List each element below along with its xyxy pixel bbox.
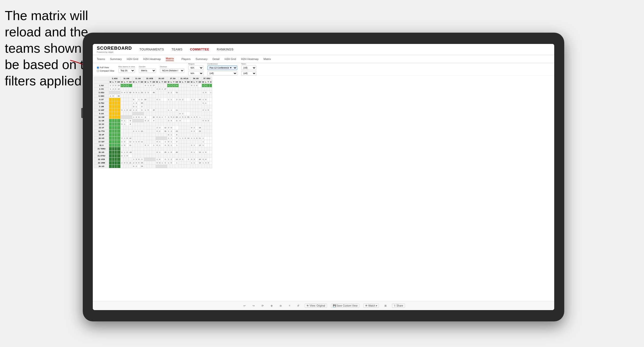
matrix-cell[interactable]: 2 (193, 130, 196, 133)
matrix-cell[interactable]: 0 (205, 151, 207, 154)
matrix-cell[interactable]: 3 (144, 115, 147, 119)
matrix-cell[interactable] (144, 123, 147, 126)
matrix-cell[interactable] (114, 147, 117, 151)
matrix-cell[interactable]: 0 (167, 144, 170, 147)
matrix-cell[interactable]: 3 (187, 158, 190, 161)
sub-nav-h2h-grid[interactable]: H2H Grid (127, 57, 138, 61)
matrix-cell[interactable] (164, 84, 167, 87)
matrix-cell[interactable]: 1 (158, 144, 161, 147)
matrix-cell[interactable] (187, 154, 190, 158)
matrix-cell[interactable] (132, 154, 135, 158)
matrix-cell[interactable] (175, 147, 179, 151)
matrix-cell[interactable] (152, 154, 155, 158)
matrix-cell[interactable] (147, 87, 149, 91)
zoom-in-btn[interactable]: ⊕ (269, 304, 274, 308)
matrix-cell[interactable] (193, 108, 196, 112)
matrix-cell[interactable]: 1 (140, 115, 144, 119)
matrix-cell[interactable] (187, 84, 190, 87)
matrix-cell[interactable]: 4 (179, 119, 182, 123)
matrix-cell[interactable] (184, 98, 187, 101)
matrix-cell[interactable] (187, 108, 190, 112)
matrix-cell[interactable] (184, 140, 187, 144)
matrix-cell[interactable] (161, 133, 164, 137)
matrix-cell[interactable] (126, 165, 128, 168)
matrix-cell[interactable] (152, 130, 155, 133)
matrix-cell[interactable] (112, 133, 114, 137)
matrix-cell[interactable]: 18 (198, 161, 202, 165)
matrix-cell[interactable]: 0 (190, 84, 193, 87)
matrix-cell[interactable] (147, 161, 149, 165)
matrix-cell[interactable] (190, 140, 193, 144)
matrix-cell[interactable] (112, 130, 114, 133)
matrix-cell[interactable] (184, 94, 187, 98)
matrix-cell[interactable]: 1 (120, 144, 123, 147)
matrix-cell[interactable] (193, 112, 196, 115)
matrix-cell[interactable]: 1 (138, 130, 140, 133)
matrix-cell[interactable] (187, 123, 190, 126)
matrix-cell[interactable] (144, 101, 147, 105)
watch-btn[interactable]: 👁 Watch ▾ (363, 304, 379, 308)
matrix-cell[interactable]: 0 (164, 158, 167, 161)
matrix-cell[interactable]: 0 (196, 84, 198, 87)
matrix-cell[interactable]: 1 (164, 140, 167, 144)
matrix-cell[interactable] (109, 123, 112, 126)
matrix-cell[interactable] (112, 112, 114, 115)
matrix-cell[interactable]: 2 (112, 87, 114, 91)
matrix-cell[interactable] (210, 112, 212, 115)
matrix-cell[interactable] (114, 140, 117, 144)
matrix-cell[interactable] (140, 137, 144, 140)
matrix-cell[interactable]: 0 (140, 105, 144, 108)
matrix-cell[interactable] (152, 140, 155, 144)
matrix-cell[interactable] (155, 119, 158, 123)
matrix-cell[interactable]: 0 (202, 108, 205, 112)
matrix-cell[interactable] (123, 115, 126, 119)
matrix-cell[interactable]: 1 (170, 144, 173, 147)
matrix-cell[interactable] (198, 91, 202, 94)
matrix-cell[interactable]: 1 (202, 98, 205, 101)
matrix-cell[interactable]: 14 (187, 137, 190, 140)
matrix-cell[interactable]: 0 (144, 119, 147, 123)
matrix-cell[interactable]: 0 (155, 98, 158, 101)
matrix-cell[interactable] (109, 112, 112, 115)
matrix-cell[interactable] (126, 98, 128, 101)
matrix-cell[interactable] (138, 87, 140, 91)
matrix-cell[interactable] (184, 151, 187, 154)
matrix-cell[interactable]: 0 (138, 161, 140, 165)
nav-committee[interactable]: COMMITTEE (190, 48, 209, 51)
matrix-cell[interactable] (198, 123, 202, 126)
matrix-cell[interactable] (147, 137, 149, 140)
matrix-cell[interactable] (187, 101, 190, 105)
matrix-cell[interactable] (187, 144, 190, 147)
matrix-cell[interactable]: 20 (140, 91, 144, 94)
matrix-cell[interactable]: 2 (179, 115, 182, 119)
matrix-cell[interactable] (112, 98, 114, 101)
matrix-cell[interactable] (120, 94, 123, 98)
matrix-cell[interactable] (205, 133, 207, 137)
matrix-cell[interactable] (202, 94, 205, 98)
matrix-cell[interactable] (196, 87, 198, 91)
matrix-cell[interactable] (210, 161, 212, 165)
matrix-cell[interactable] (179, 91, 182, 94)
matrix-cell[interactable]: 1 (179, 137, 182, 140)
matrix-cell[interactable] (184, 165, 187, 168)
matrix-cell[interactable] (114, 137, 117, 140)
matrix-cell[interactable] (184, 87, 187, 91)
matrix-cell[interactable] (152, 165, 155, 168)
matrix-cell[interactable] (207, 154, 210, 158)
undo-btn[interactable]: ↩ (242, 304, 247, 308)
matrix-cell[interactable]: 1 (161, 115, 164, 119)
matrix-cell[interactable] (184, 101, 187, 105)
matrix-cell[interactable] (117, 98, 120, 101)
matrix-cell[interactable]: 2 (170, 158, 173, 161)
matrix-cell[interactable] (120, 105, 123, 108)
matrix-cell[interactable] (187, 140, 190, 144)
matrix-cell[interactable] (187, 161, 190, 165)
matrix-cell[interactable]: 0 (202, 158, 205, 161)
matrix-cell[interactable] (128, 101, 132, 105)
matrix-cell[interactable]: 0 (205, 91, 207, 94)
matrix-cell[interactable]: 14 (128, 108, 132, 112)
matrix-cell[interactable] (158, 123, 161, 126)
matrix-cell[interactable] (161, 151, 164, 154)
matrix-cell[interactable] (114, 130, 117, 133)
matrix-cell[interactable] (170, 154, 173, 158)
